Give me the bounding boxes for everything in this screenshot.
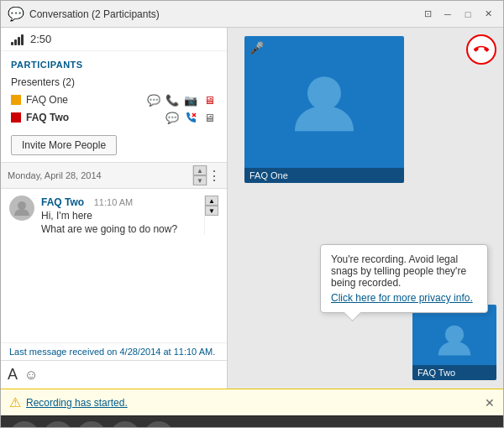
msg-scroll-down[interactable]: ▼ [205, 206, 218, 216]
notification-close-button[interactable]: ✕ [485, 396, 495, 410]
invite-more-people-button[interactable]: Invite More People [11, 135, 117, 155]
chat-date-bar: Monday, April 28, 2014 ▲ ▼ ⋮ [1, 163, 227, 189]
message-bubble: FAQ Two 11:10 AM Hi, I'm here What are w… [41, 196, 197, 235]
participant-row: FAQ One 💬 📞 📷 🖥 [11, 93, 217, 107]
window-button[interactable] [444, 425, 468, 429]
screen-share-button[interactable] [76, 421, 107, 429]
sender-name: FAQ Two [41, 196, 84, 208]
participant-name-1: FAQ One [26, 94, 146, 106]
video-tile-main[interactable]: 🎤 FAQ One [244, 36, 404, 183]
video-button[interactable] [9, 421, 39, 429]
msg-scroll: ▲ ▼ [204, 196, 218, 235]
scroll-down-button[interactable]: ▼ [193, 175, 207, 185]
left-panel: 2:50 PARTICIPANTS Presenters (2) FAQ One… [1, 28, 228, 389]
chat-section: Monday, April 28, 2014 ▲ ▼ ⋮ [1, 163, 227, 389]
toolbar-left [9, 421, 174, 429]
video-tile-secondary[interactable]: FAQ Two [412, 305, 496, 380]
msg-scroll-up[interactable]: ▲ [205, 196, 218, 206]
emoji-icon[interactable]: ☺ [24, 368, 38, 383]
tooltip-bubble: You're recording. Avoid legal snags by t… [320, 244, 488, 313]
message-header: FAQ Two 11:10 AM [41, 196, 197, 208]
chat-date: Monday, April 28, 2014 [8, 170, 102, 180]
chat-footer: Last message received on 4/28/2014 at 11… [1, 342, 227, 360]
chat-icon-1[interactable]: 💬 [146, 93, 161, 107]
chat-scroll: ▲ ▼ ⋮ [192, 165, 220, 185]
people-button[interactable] [144, 421, 174, 429]
participants-section: PARTICIPANTS Presenters (2) FAQ One 💬 📞 … [1, 51, 227, 163]
chat-messages: FAQ Two 11:10 AM Hi, I'm here What are w… [1, 189, 227, 342]
stop-button[interactable]: ■ [223, 425, 246, 429]
titlebar: 💬 Conversation (2 Participants) ⊡ ─ □ ✕ [1, 1, 503, 28]
titlebar-left: 💬 Conversation (2 Participants) [8, 6, 160, 22]
video-name-1: FAQ One [244, 168, 404, 183]
titlebar-controls: ⊡ ─ □ ✕ [419, 6, 496, 23]
scroll-up-button[interactable]: ▲ [193, 165, 207, 175]
participant-row-2: FAQ Two 💬 🖥 [11, 111, 217, 124]
end-call-button[interactable] [460, 29, 503, 71]
minimize-button[interactable]: ─ [439, 6, 456, 23]
app-icon: 💬 [8, 6, 24, 22]
participant-icons-2: 💬 🖥 [165, 111, 217, 124]
notification-bar: ⚠ Recording has started. ✕ [1, 389, 503, 415]
participants-title: PARTICIPANTS [11, 60, 217, 70]
svg-point-2 [18, 201, 26, 210]
main-layout: 2:50 PARTICIPANTS Presenters (2) FAQ One… [1, 28, 503, 389]
presenters-label: Presenters (2) [11, 76, 217, 88]
monitor-icon-2[interactable]: 🖥 [202, 111, 217, 124]
video-panel: 🎤 FAQ One FAQ Two You're recording. Avoi… [228, 28, 504, 389]
snap-button[interactable]: ⊡ [419, 6, 436, 23]
monitor-button[interactable] [110, 421, 140, 429]
mic-indicator-icon: 🎤 [249, 41, 264, 55]
bottom-toolbar: ⏸ ■ ↖ ··· [1, 415, 503, 428]
toolbar-right: ↖ ··· [428, 425, 495, 429]
participant-color-2 [11, 112, 21, 123]
phone-icon-2[interactable] [183, 111, 198, 124]
video-avatar-1 [291, 68, 358, 138]
notification-text[interactable]: Recording has started. [26, 397, 128, 409]
participant-name-2: FAQ Two [26, 112, 165, 123]
restore-button[interactable]: □ [459, 6, 476, 23]
svg-point-4 [445, 326, 464, 344]
screen-icon-1[interactable]: 🖥 [202, 93, 217, 107]
more-options-toolbar-button[interactable]: ··· [471, 425, 495, 429]
close-button[interactable]: ✕ [480, 6, 496, 23]
video-icon-1[interactable]: 📷 [183, 93, 198, 107]
avatar [9, 196, 34, 221]
status-bar: 2:50 [1, 28, 227, 51]
tooltip-text: You're recording. Avoid legal snags by t… [331, 253, 477, 289]
warning-icon: ⚠ [9, 394, 21, 410]
chat-icon-2[interactable]: 💬 [165, 111, 180, 124]
font-icon[interactable]: A [8, 366, 18, 384]
pause-button[interactable]: ⏸ [196, 425, 219, 429]
toolbar-center: ⏸ ■ [182, 425, 246, 429]
time-display: 2:50 [30, 33, 51, 45]
mic-button[interactable] [43, 421, 73, 429]
message-time: 11:10 AM [94, 197, 133, 207]
chat-input-area: A ☺ [1, 360, 227, 389]
chat-message: FAQ Two 11:10 AM Hi, I'm here What are w… [9, 196, 218, 235]
scroll-buttons: ▲ ▼ [192, 165, 207, 185]
message-line-1: Hi, I'm here [41, 210, 197, 222]
message-line-2: What are we going to do now? [41, 223, 197, 235]
svg-point-3 [307, 76, 341, 110]
participant-color-1 [11, 95, 21, 105]
tooltip-link[interactable]: Click here for more privacy info. [331, 292, 473, 304]
video-name-2: FAQ Two [412, 365, 496, 380]
phone-icon-1[interactable]: 📞 [165, 93, 180, 107]
video-avatar-2 [436, 321, 473, 360]
titlebar-title: Conversation (2 Participants) [29, 8, 160, 20]
participant-icons-1: 💬 📞 📷 🖥 [146, 93, 217, 107]
signal-icon [11, 34, 24, 45]
more-options-button[interactable]: ⋮ [207, 165, 220, 185]
